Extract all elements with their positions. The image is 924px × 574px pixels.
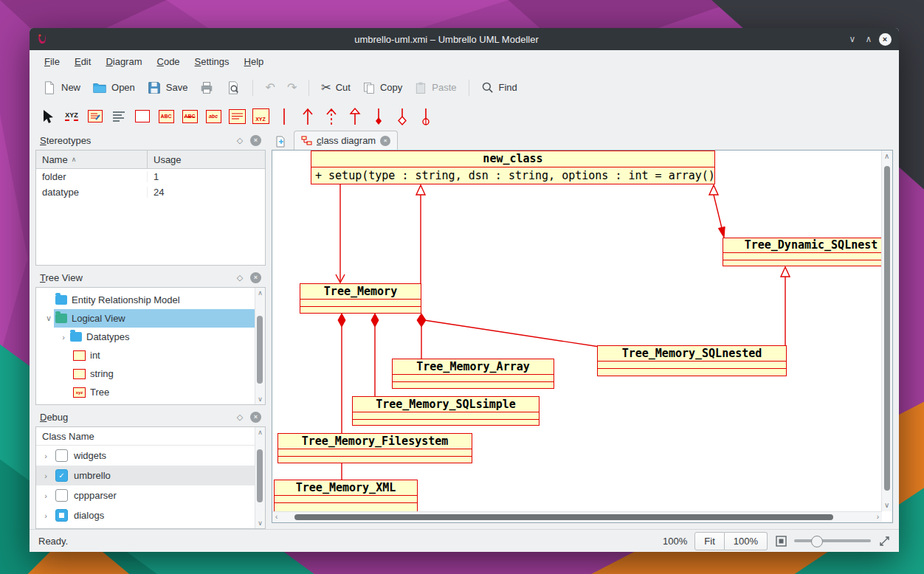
menu-help[interactable]: Help [237, 53, 272, 70]
canvas-vertical-scrollbar[interactable]: ∧ ∨ [881, 151, 892, 511]
find-button[interactable]: Find [476, 78, 523, 97]
checkbox-unchecked[interactable] [55, 489, 68, 502]
scroll-left-icon[interactable]: ‹ [275, 514, 277, 521]
scroll-up-icon[interactable]: ∧ [255, 289, 265, 297]
uml-class-new-class[interactable]: new_class + setup(type : string, dsn : s… [311, 151, 715, 184]
debug-item-umbrello[interactable]: › ✓ umbrello [36, 466, 265, 485]
close-dock-button[interactable]: × [250, 272, 261, 283]
tree-view-scrollbar[interactable]: ∧ ∨ [255, 288, 265, 404]
uml-class-tree-memory-filesystem[interactable]: Tree_Memory_Filesystem [277, 433, 472, 463]
menu-diagram[interactable]: Diagram [98, 53, 149, 70]
copy-button[interactable]: Copy [357, 78, 407, 97]
table-row[interactable]: datatype 24 [36, 184, 265, 200]
association-tool[interactable] [273, 106, 295, 128]
expander-closed-icon[interactable]: › [41, 491, 51, 500]
expander-closed-icon[interactable]: › [41, 452, 51, 460]
zoom-100-button[interactable]: 100% [725, 532, 768, 550]
column-header-name[interactable]: Name ∧ [36, 151, 148, 168]
message-tool[interactable] [108, 106, 130, 128]
close-dock-button[interactable]: × [250, 135, 261, 146]
expander-closed-icon[interactable]: › [58, 333, 69, 342]
scroll-up-icon[interactable]: ∧ [255, 429, 265, 436]
directed-association-tool[interactable] [297, 106, 319, 128]
enum-tool[interactable] [226, 106, 248, 128]
print-preview-button[interactable] [221, 77, 246, 98]
menu-edit[interactable]: Edit [67, 53, 98, 70]
paste-button[interactable]: Paste [409, 78, 461, 97]
tree-item-entity-relationship-model[interactable]: Entity Relationship Model [36, 291, 265, 309]
table-row[interactable]: folder 1 [36, 169, 265, 184]
checkbox-checked[interactable]: ✓ [55, 469, 68, 482]
checkbox-partial[interactable] [55, 509, 68, 522]
scrollbar-thumb[interactable] [257, 316, 263, 384]
expander-open-icon[interactable]: ∨ [44, 314, 54, 323]
tree-item-string[interactable]: string [36, 364, 265, 383]
scrollbar-thumb[interactable] [257, 449, 263, 502]
tab-class-diagram[interactable]: class diagram × [294, 131, 398, 150]
fit-page-button[interactable] [775, 535, 787, 547]
scroll-down-icon[interactable]: ∨ [255, 395, 265, 403]
scroll-right-icon[interactable]: › [877, 514, 879, 521]
uml-class-tree-memory-array[interactable]: Tree_Memory_Array [392, 359, 554, 389]
new-tab-button[interactable] [272, 134, 289, 150]
debug-item-dialogs[interactable]: › dialogs [36, 505, 265, 525]
scroll-down-icon[interactable]: ∨ [255, 519, 265, 527]
uml-class-tree-dynamic-sqlnest[interactable]: Tree_Dynamic_SQLnest [723, 238, 882, 266]
scrollbar-thumb[interactable] [884, 166, 890, 491]
close-button[interactable]: × [877, 31, 893, 47]
column-header-usage[interactable]: Usage [148, 151, 187, 168]
float-dock-button[interactable]: ◇ [234, 134, 246, 146]
float-dock-button[interactable]: ◇ [234, 411, 246, 423]
scrollbar-thumb[interactable] [294, 514, 833, 520]
uml-class-tree-memory-sqlsimple[interactable]: Tree_Memory_SQLsimple [352, 396, 539, 426]
debug-item-widgets[interactable]: › widgets [36, 446, 265, 466]
dependency-tool[interactable] [320, 106, 342, 128]
new-button[interactable]: New [37, 77, 86, 98]
redo-button[interactable]: ↷ [282, 79, 302, 97]
tree-item-logical-view[interactable]: ∨ Logical View [36, 309, 265, 328]
tree-item-datatypes[interactable]: › Datatypes [36, 328, 265, 346]
zoom-slider-knob[interactable] [811, 536, 823, 547]
containment-tool[interactable] [415, 106, 437, 128]
menu-settings[interactable]: Settings [187, 53, 237, 70]
uml-class-tree-memory-xml[interactable]: Tree_Memory_XML [274, 480, 418, 511]
tab-close-button[interactable]: × [380, 136, 390, 146]
canvas-horizontal-scrollbar[interactable]: ‹ › [272, 511, 882, 522]
titlebar[interactable]: umbrello-uml.xmi – Umbrello UML Modeller… [30, 28, 899, 50]
box-tool[interactable] [131, 106, 154, 128]
expander-closed-icon[interactable]: › [41, 511, 51, 520]
close-dock-button[interactable]: × [250, 412, 261, 423]
maximize-button[interactable]: ∧ [861, 31, 877, 47]
debug-item-cppparser[interactable]: › cppparser [36, 485, 265, 505]
diagram-canvas[interactable]: new_class + setup(type : string, dsn : s… [272, 151, 882, 511]
text-tool[interactable]: XYZ [61, 106, 83, 128]
tree-item-tree[interactable]: xyz Tree [36, 383, 265, 401]
datatype-tool[interactable]: abc [202, 106, 224, 128]
menu-file[interactable]: File [37, 53, 67, 70]
uml-class-tree-memory-sqlnested[interactable]: Tree_Memory_SQLnested [597, 345, 787, 376]
save-button[interactable]: Save [142, 77, 193, 98]
minimize-button[interactable]: ∨ [844, 31, 861, 47]
generalization-tool[interactable] [344, 106, 366, 128]
uml-class-tree-memory[interactable]: Tree_Memory [300, 283, 421, 314]
checkbox-unchecked[interactable] [55, 449, 68, 462]
scroll-up-icon[interactable]: ∧ [884, 153, 889, 160]
cut-button[interactable]: ✂ Cut [316, 79, 356, 97]
zoom-slider[interactable] [794, 539, 871, 542]
tree-item-int[interactable]: int [36, 346, 265, 364]
expand-statusbar-button[interactable] [878, 535, 890, 547]
expander-closed-icon[interactable]: › [41, 471, 51, 480]
composition-tool[interactable] [368, 106, 390, 128]
open-button[interactable]: Open [87, 77, 140, 98]
class-tool[interactable]: ABC [155, 106, 177, 128]
float-dock-button[interactable]: ◇ [234, 272, 246, 283]
scroll-down-icon[interactable]: ∨ [884, 502, 889, 509]
entity-tool[interactable]: XYZ [249, 106, 272, 128]
aggregation-tool[interactable] [391, 106, 413, 128]
print-button[interactable] [194, 77, 219, 98]
note-tool[interactable] [84, 106, 106, 128]
undo-button[interactable]: ↶ [260, 79, 280, 97]
fit-button[interactable]: Fit [694, 532, 724, 550]
interface-tool[interactable]: ABC [179, 106, 201, 128]
debug-scrollbar[interactable]: ∧ ∨ [255, 427, 265, 528]
